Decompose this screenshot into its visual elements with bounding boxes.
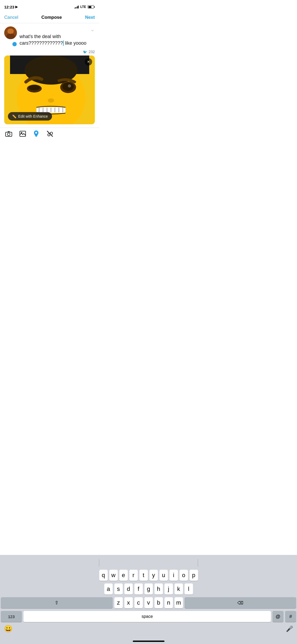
location-button[interactable] — [33, 130, 39, 139]
nav-bar: Cancel Compose Next — [0, 12, 99, 23]
svg-point-10 — [29, 85, 40, 90]
signal-bar-3 — [77, 6, 78, 8]
compose-right: ⌄ what's the deal with cars?????????????… — [20, 26, 95, 47]
compose-area: 🐦 ⌄ what's the deal with cars???????????… — [0, 23, 99, 50]
avatar — [4, 26, 17, 39]
twitter-bird-icon: 🐦 — [13, 43, 16, 45]
unlink-button[interactable] — [46, 130, 53, 139]
svg-point-3 — [8, 29, 13, 34]
status-time: 12:23 ▶ — [4, 5, 18, 9]
status-icons: LTE — [74, 5, 95, 9]
char-count-row: 🐦 232 — [0, 50, 99, 56]
chevron-down-icon[interactable]: ⌄ — [90, 26, 95, 32]
compose-title: Compose — [41, 15, 62, 20]
battery-icon — [88, 5, 95, 8]
svg-point-4 — [9, 30, 10, 32]
svg-point-27 — [21, 132, 22, 134]
avatar-image — [4, 26, 17, 39]
twitter-char-icon: 🐦 — [83, 50, 87, 54]
svg-point-25 — [7, 133, 10, 136]
signal-bar-1 — [74, 8, 75, 8]
pencil-icon: ✏️ — [12, 114, 16, 118]
location-icon — [33, 130, 39, 137]
image-preview-container: × ✏️ Edit with Enhance — [4, 56, 95, 124]
char-count: 232 — [89, 50, 95, 54]
location-arrow-icon: ▶ — [15, 5, 18, 9]
tweet-input[interactable]: what's the deal with cars????????????? l… — [20, 33, 95, 47]
avatar-container: 🐦 — [4, 26, 17, 47]
camera-icon — [5, 131, 12, 137]
lte-label: LTE — [80, 5, 86, 9]
unlink-icon — [46, 130, 53, 137]
compose-header: ⌄ — [20, 26, 95, 32]
camera-button[interactable] — [5, 131, 12, 138]
image-button[interactable] — [20, 131, 26, 138]
next-button[interactable]: Next — [85, 15, 95, 20]
svg-point-5 — [11, 30, 12, 32]
edit-enhance-label: Edit with Enhance — [18, 114, 48, 118]
signal-bars — [74, 5, 79, 8]
signal-bar-2 — [76, 7, 76, 8]
svg-point-14 — [48, 98, 54, 103]
tweet-text-content: what's the deal with cars????????????? — [20, 34, 63, 46]
close-icon: × — [87, 60, 89, 64]
image-icon — [20, 131, 26, 137]
signal-bar-4 — [78, 6, 79, 8]
cancel-button[interactable]: Cancel — [4, 15, 18, 20]
time-text: 12:23 — [4, 5, 14, 9]
tweet-text-after-cursor: like yoooo — [64, 40, 86, 46]
status-bar: 12:23 ▶ LTE — [0, 0, 99, 12]
svg-point-1 — [8, 29, 13, 34]
svg-point-13 — [68, 84, 71, 88]
edit-enhance-button[interactable]: ✏️ Edit with Enhance — [8, 112, 52, 121]
twitter-badge: 🐦 — [12, 42, 17, 47]
toolbar — [0, 127, 99, 141]
svg-point-28 — [35, 132, 37, 134]
